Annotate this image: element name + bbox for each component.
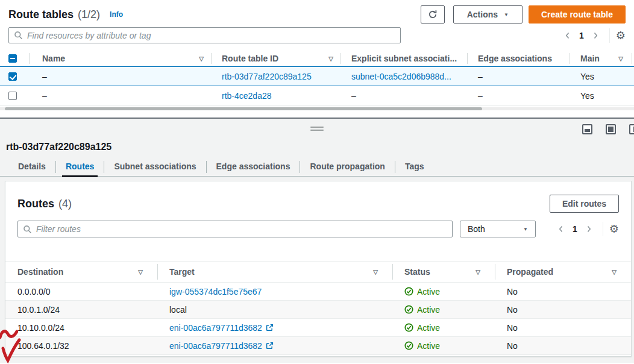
horizontal-scrollbar xyxy=(0,107,634,110)
settings-gear-icon[interactable]: ⚙ xyxy=(609,224,619,234)
refresh-button[interactable] xyxy=(421,5,445,24)
target-cell: local xyxy=(157,301,392,318)
column-header-status[interactable]: Status ▽ xyxy=(392,262,495,282)
column-header-main[interactable]: Main ▽ xyxy=(570,51,634,66)
row-checkbox[interactable] xyxy=(8,72,17,81)
scrollbar-thumb[interactable] xyxy=(5,107,482,110)
routes-title: Routes xyxy=(17,198,54,210)
destination-cell: 0.0.0.0/0 xyxy=(5,283,157,300)
search-toolbar: 1 ⚙ xyxy=(0,24,634,43)
column-header-explicit-subnet[interactable]: Explicit subnet associati... xyxy=(341,51,467,66)
column-header-destination[interactable]: Destination ▽ xyxy=(5,262,157,282)
caret-down-icon: ▼ xyxy=(504,12,509,17)
panel-position-fullscreen-icon[interactable] xyxy=(606,124,616,134)
route-row: 10.0.1.0/24 local Active No xyxy=(5,301,631,319)
sort-icon: ▽ xyxy=(612,269,631,275)
panel-position-side-icon[interactable] xyxy=(629,124,634,134)
destination-cell: 100.64.0.1/32 xyxy=(5,337,157,354)
pagination: 1 xyxy=(560,28,603,43)
sort-icon: ▽ xyxy=(373,269,392,275)
column-header-propagated[interactable]: Propagated ▽ xyxy=(495,262,631,282)
prev-page-icon[interactable] xyxy=(560,28,576,43)
next-page-icon[interactable] xyxy=(581,221,597,237)
route-tables-header-row: Name ▽ Route table ID ▽ Explicit subnet … xyxy=(0,51,634,66)
routes-filter-select[interactable]: Both ▼ xyxy=(460,221,536,237)
resource-count: (1/2) xyxy=(78,8,100,21)
tab-tags[interactable]: Tags xyxy=(395,157,434,177)
page-number: 1 xyxy=(576,31,588,40)
column-header-name[interactable]: Name ▽ xyxy=(29,51,211,66)
search-input[interactable] xyxy=(27,31,395,40)
route-row: 0.0.0.0/0 igw-055374dc1f5e75e67 Active N… xyxy=(5,283,631,301)
route-table-id-link[interactable]: rtb-03d77af220c89a125 xyxy=(222,72,312,81)
edit-routes-button[interactable]: Edit routes xyxy=(550,195,619,213)
column-header-target[interactable]: Target ▽ xyxy=(157,262,392,282)
active-status-icon xyxy=(404,323,413,332)
routes-count: (4) xyxy=(58,198,72,210)
split-panel: rtb-03d77af220c89a125 Details Routes Sub… xyxy=(0,119,634,363)
tab-subnet-associations[interactable]: Subnet associations xyxy=(104,157,206,177)
refresh-icon xyxy=(428,10,438,19)
external-link-icon[interactable] xyxy=(266,342,274,350)
prev-page-icon[interactable] xyxy=(553,221,569,237)
status-text: Active xyxy=(417,341,440,351)
subnet-cell: – xyxy=(341,86,467,105)
tab-route-propagation[interactable]: Route propagation xyxy=(300,157,394,177)
create-label: Create route table xyxy=(541,10,613,19)
divider xyxy=(609,28,610,43)
page-number: 1 xyxy=(569,224,581,234)
info-link[interactable]: Info xyxy=(110,10,123,19)
route-row: 10.10.0.0/24 eni-00ac6a797711d3682 Activ… xyxy=(5,319,631,337)
route-table-id-link[interactable]: rtb-4ce2da28 xyxy=(222,91,272,101)
detail-heading: rtb-03d77af220c89a125 xyxy=(6,142,634,152)
destination-cell: 10.0.1.0/24 xyxy=(5,301,157,318)
select-all-checkbox-cell xyxy=(0,51,29,66)
select-all-checkbox[interactable] xyxy=(8,54,17,63)
caret-down-icon: ▼ xyxy=(523,227,528,232)
external-link-icon[interactable] xyxy=(266,324,274,331)
settings-gear-icon[interactable]: ⚙ xyxy=(616,30,626,41)
split-panel-drag-handle[interactable] xyxy=(310,127,324,133)
target-link[interactable]: eni-00ac6a797711d3682 xyxy=(169,323,262,333)
name-cell: – xyxy=(29,86,211,105)
name-cell: – xyxy=(29,67,211,86)
tab-edge-associations[interactable]: Edge associations xyxy=(207,157,300,177)
routes-pagination: 1 xyxy=(553,221,597,237)
actions-label: Actions xyxy=(467,10,498,19)
create-route-table-button[interactable]: Create route table xyxy=(529,5,626,24)
subnet-association-link[interactable]: subnet-0ca5c2d06b988d... xyxy=(351,72,451,81)
routes-filter-input[interactable] xyxy=(36,224,447,234)
status-text: Active xyxy=(417,287,440,297)
active-status-icon xyxy=(404,305,413,314)
tab-routes[interactable]: Routes xyxy=(56,157,104,177)
sort-icon: ▽ xyxy=(199,55,211,62)
next-page-icon[interactable] xyxy=(588,28,603,43)
target-link[interactable]: igw-055374dc1f5e75e67 xyxy=(169,287,262,297)
routes-card: Routes (4) Edit routes Both ▼ xyxy=(5,181,632,357)
detail-tabs: Details Routes Subnet associations Edge … xyxy=(0,157,634,177)
sort-icon: ▽ xyxy=(476,269,495,275)
status-text: Active xyxy=(417,305,440,315)
select-value: Both xyxy=(468,224,485,234)
propagated-cell: No xyxy=(495,301,631,318)
table-row: – rtb-4ce2da28 – – Yes xyxy=(0,86,634,106)
page-header: Route tables (1/2) Info Actions ▼ Create… xyxy=(0,0,634,24)
sort-icon: ▽ xyxy=(618,55,634,62)
propagated-cell: No xyxy=(495,283,631,300)
destination-cell: 10.10.0.0/24 xyxy=(5,319,157,336)
routes-header-row: Destination ▽ Target ▽ Status ▽ Propagat… xyxy=(5,261,631,283)
routes-filter[interactable] xyxy=(17,221,453,237)
route-row: 100.64.0.1/32 eni-00ac6a797711d3682 Acti… xyxy=(5,337,631,355)
column-header-route-table-id[interactable]: Route table ID ▽ xyxy=(211,51,341,66)
panel-position-bottom-icon[interactable] xyxy=(582,124,592,134)
main-cell: Yes xyxy=(570,67,634,86)
divider xyxy=(603,222,603,236)
main-cell: Yes xyxy=(570,86,634,105)
target-link[interactable]: eni-00ac6a797711d3682 xyxy=(169,341,262,351)
actions-button[interactable]: Actions ▼ xyxy=(453,5,523,24)
tab-details[interactable]: Details xyxy=(8,157,55,177)
active-status-icon xyxy=(404,341,413,350)
resource-search[interactable] xyxy=(8,27,401,43)
row-checkbox[interactable] xyxy=(8,92,17,100)
column-header-edge-associations[interactable]: Edge associations xyxy=(467,51,570,66)
